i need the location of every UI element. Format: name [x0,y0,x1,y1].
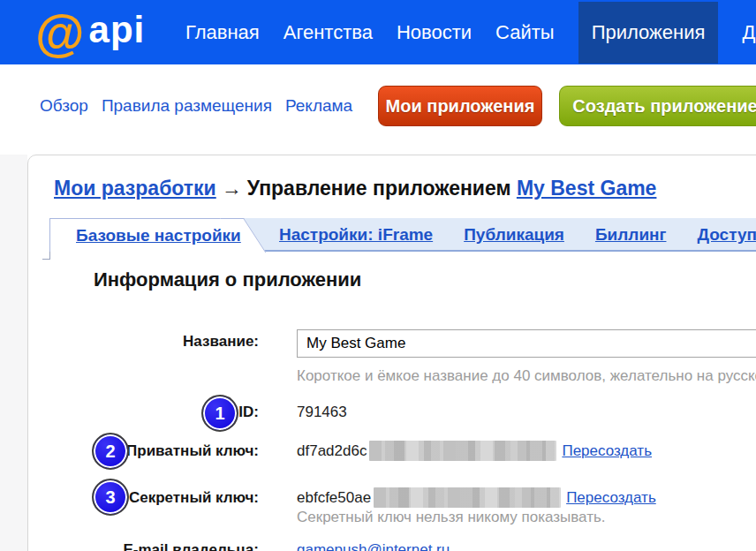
tab-access[interactable]: Доступ [697,225,756,245]
tab-basic-settings-label: Базовые настройки [76,226,241,245]
step-badge-2: 2 [92,433,129,470]
nav-item-sayty[interactable]: Сайты [495,21,555,44]
secret-key-blurred-area [374,487,561,508]
tab-publication[interactable]: Публикация [464,225,564,245]
app-window: @ api Главная Агентства Новости Сайты Пр… [0,0,756,551]
tab-corner-mark [42,259,50,260]
link-pravila-razmeshcheniya[interactable]: Правила размещения [102,96,272,116]
nav-item-glavnaya[interactable]: Главная [185,21,260,44]
left-gutter [0,155,27,551]
at-sign-icon: @ [35,6,85,59]
name-label: Название: [28,333,259,351]
content-panel: Мои разработки→Управление приложением My… [27,155,756,551]
private-key-label: Приватный ключ: [28,442,259,460]
nav-item-dokumentatsiya[interactable]: Док [742,21,756,44]
breadcrumb-my-developments-link[interactable]: Мои разработки [54,177,216,200]
nav-item-agentstva[interactable]: Агентства [284,21,373,44]
recreate-secret-key-link[interactable]: Пересоздать [566,489,656,507]
private-key-blurred-area [369,441,556,461]
name-hint: Короткое и ёмкое название до 40 символов… [297,367,756,385]
tab-basic-settings-active[interactable]: Базовые настройки [49,218,242,252]
tab-billing[interactable]: Биллинг [595,225,667,245]
breadcrumb-arrow-icon: → [216,177,247,200]
tab-iframe-settings[interactable]: Настройки: iFrame [279,225,433,245]
tab-list: Настройки: iFrame Публикация Биллинг Дос… [279,218,756,252]
secret-key-prefix: ebfcfe50ae [297,489,371,507]
top-navigation-bar: @ api Главная Агентства Новости Сайты Пр… [0,0,756,64]
breadcrumb-page-title: Управление приложением [247,177,511,200]
form-row-id: ID: 791463 [28,404,347,421]
secret-key-hint: Секретный ключ нельзя никому показывать. [297,509,606,526]
nav-item-prilozheniya-label: Приложения [592,21,706,44]
breadcrumb-app-name-link[interactable]: My Best Game [517,177,657,200]
email-label: E-mail владельца: [28,541,259,551]
step-badge-3: 3 [92,479,129,516]
id-value: 791463 [297,404,347,421]
app-name-input[interactable] [297,329,756,358]
secret-key-label: Секретный ключ: [28,489,259,507]
recreate-private-key-link[interactable]: Пересоздать [562,442,652,460]
link-reklama[interactable]: Реклама [285,96,352,116]
create-application-button[interactable]: Создать приложение [559,86,756,126]
private-key-prefix: df7ad2d6c [297,442,367,460]
breadcrumb: Мои разработки→Управление приложением My… [54,177,656,200]
form-row-name: Название: [28,333,259,351]
api-logo[interactable]: @ api [35,0,145,64]
secondary-links: Обзор Правила размещения Реклама [40,96,352,116]
nav-item-prilozheniya-active[interactable]: Приложения [578,2,719,64]
section-title: Информация о приложении [94,268,361,291]
form-row-email: E-mail владельца: gamepush@internet.ru [28,541,450,551]
private-key-value: df7ad2d6c Пересоздать [297,441,652,461]
owner-email-link[interactable]: gamepush@internet.ru [297,541,450,551]
link-obzor[interactable]: Обзор [40,96,88,116]
secret-key-value: ebfcfe50ae Пересоздать [297,487,656,508]
main-menu: Главная Агентства Новости Сайты Приложен… [185,0,756,64]
step-badge-1: 1 [201,395,238,432]
logo-text: api [89,9,146,57]
nav-item-novosti[interactable]: Новости [397,21,472,44]
my-applications-button[interactable]: Мои приложения [378,86,542,126]
